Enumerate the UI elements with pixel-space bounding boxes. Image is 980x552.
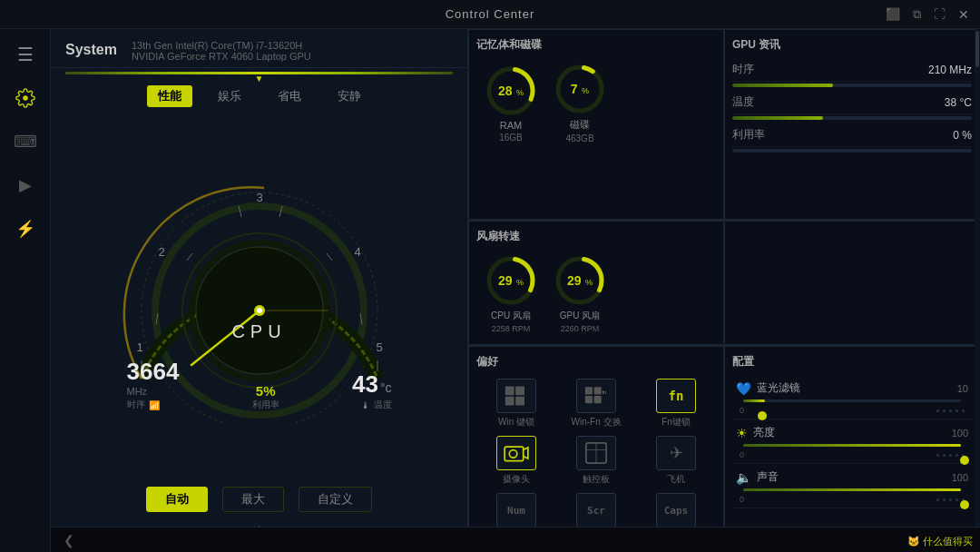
num-text: Num: [507, 505, 525, 517]
sound-name: 声音: [757, 469, 946, 485]
svg-rect-42: [505, 447, 524, 460]
screenshot-icon[interactable]: ⬛: [886, 7, 900, 21]
maximize-icon[interactable]: ⛶: [934, 7, 946, 21]
disk-pct: 7: [571, 82, 578, 96]
nav-left-arrow[interactable]: ❮: [58, 533, 80, 547]
ram-label: RAM: [500, 120, 522, 131]
svg-rect-33: [505, 386, 514, 395]
gpu-row-freq: 时序 210 MHz: [732, 58, 972, 82]
gpu-util-val: 0 %: [953, 129, 972, 142]
close-icon[interactable]: ✕: [958, 7, 969, 22]
pref-win-lock[interactable]: Win 键锁: [480, 379, 553, 429]
cpu-fan-pct: 29: [498, 273, 513, 288]
title-bar: Control Center ⬛ ⧉ ⛶ ✕: [0, 0, 980, 29]
cpu-fan-center: 29 %: [498, 272, 524, 289]
touchpad-icon-box: [576, 436, 616, 470]
gauge-util-pct: 5%: [252, 383, 279, 399]
sound-fill: [743, 488, 961, 491]
cpu-model: 13th Gen Intel(R) Core(TM) i7-13620H: [132, 40, 453, 51]
cpu-fan-ring-svg-container: 29 %: [484, 253, 538, 308]
disk-ring-svg-container: 7 %: [553, 62, 607, 116]
mode-buttons: 性能 娱乐 省电 安静: [51, 78, 467, 114]
disk-center-text: 7 %: [571, 81, 589, 97]
svg-rect-38: [594, 387, 602, 394]
fan-right-spacer: [724, 221, 980, 345]
gpu-info-panel: GPU 资讯 时序 210 MHz 温度 38 °C: [724, 29, 980, 220]
watermark-text: 什么值得买: [923, 536, 973, 547]
max-btn[interactable]: 最大: [222, 487, 284, 512]
mode-performance-btn[interactable]: 性能: [147, 85, 192, 107]
win-lock-svg: [505, 385, 528, 407]
gauge-temp-label: 温度: [374, 399, 392, 411]
gauge-container: 1 2 3 4 5: [105, 170, 414, 424]
left-panel: System 13th Gen Intel(R) Core(TM) i7-136…: [51, 29, 468, 552]
right-bottom-row: 偏好 Win 键锁: [468, 346, 980, 552]
gpu-temp-key: 温度: [732, 94, 754, 110]
sidebar-item-app[interactable]: ▶: [7, 167, 44, 203]
gauge-freq-value: 3664: [127, 358, 180, 386]
fan-speed-row: 风扇转速 29 %: [468, 221, 980, 346]
gpu-row-temp: 温度 38 °C: [732, 91, 972, 114]
gauge-area: 1 2 3 4 5: [51, 114, 467, 479]
gauge-freq-stat: 3664 MHz 时序 📶: [127, 358, 180, 411]
config-blue-light-header: 💙 蓝光滤镜 10: [736, 380, 968, 396]
pref-fn-lock[interactable]: fn Fn键锁: [640, 379, 712, 429]
gpu-info-rows: 时序 210 MHz 温度 38 °C 利用率 0: [732, 58, 972, 153]
sidebar-item-settings[interactable]: [7, 80, 44, 116]
touchpad-label: 触控板: [583, 473, 610, 486]
gpu-temp-val: 38 °C: [945, 96, 972, 109]
gpu-fan-ring-svg-container: 29 %: [553, 253, 607, 308]
win-fn-icon-box: fn: [576, 379, 616, 413]
sidebar-item-menu[interactable]: ☰: [7, 36, 44, 73]
pref-airplane[interactable]: ✈ 飞机: [640, 436, 712, 486]
scroll-thumb[interactable]: [975, 31, 979, 67]
title-bar-controls: ⬛ ⧉ ⛶ ✕: [886, 7, 969, 22]
svg-rect-40: [594, 396, 602, 403]
svg-rect-39: [585, 396, 593, 403]
pref-touchpad[interactable]: 触控板: [560, 436, 632, 486]
blue-light-track: [743, 399, 961, 402]
auto-btn[interactable]: 自动: [146, 487, 208, 512]
gauge-util-stat: 5% 利用率: [252, 383, 279, 411]
pref-camera[interactable]: 摄像头: [480, 436, 553, 486]
svg-rect-37: [585, 387, 593, 394]
gpu-util-key: 利用率: [732, 127, 765, 143]
disk-size: 463GB: [565, 133, 593, 143]
svg-text:2: 2: [158, 245, 164, 259]
mode-entertainment-btn[interactable]: 娱乐: [207, 85, 252, 107]
config-brightness: ☀ 亮度 100 0: [732, 419, 972, 464]
ram-ring-svg-container: 28 %: [484, 64, 538, 118]
win-fn-label: Win-Fn 交换: [572, 416, 622, 429]
memory-panel: 记忆体和磁碟 28 %: [468, 29, 724, 220]
sidebar-item-keyboard[interactable]: ⌨: [7, 123, 44, 160]
custom-btn[interactable]: 自定义: [299, 487, 372, 512]
prefs-title: 偏好: [476, 354, 716, 370]
gpu-util-bar: [732, 149, 972, 153]
gpu-fan-pct-sym: %: [585, 278, 593, 287]
mode-quiet-btn[interactable]: 安静: [327, 85, 372, 107]
blue-light-thumb[interactable]: [758, 411, 767, 420]
fn-lock-label: Fn键锁: [662, 416, 691, 429]
svg-point-43: [509, 450, 517, 458]
pref-win-fn[interactable]: fn Win-Fn 交换: [560, 379, 632, 429]
sound-value: 100: [952, 472, 968, 483]
touchpad-svg: [585, 442, 607, 464]
brightness-name: 亮度: [753, 425, 946, 440]
memory-panel-title: 记忆体和磁碟: [476, 37, 716, 53]
brightness-thumb[interactable]: [960, 456, 969, 465]
camera-label: 摄像头: [503, 473, 530, 486]
config-panel: 配置 💙 蓝光滤镜 10 0: [724, 346, 980, 552]
sound-thumb[interactable]: [960, 500, 969, 509]
gpu-fan-center: 29 %: [567, 272, 593, 289]
ram-pct-sym: %: [516, 88, 524, 97]
config-title: 配置: [732, 354, 972, 370]
camera-icon-box: [496, 436, 536, 470]
restore-icon[interactable]: ⧉: [913, 7, 921, 22]
gauge-freq-unit: MHz: [127, 386, 180, 397]
gpu-freq-key: 时序: [732, 62, 754, 77]
sidebar-item-power[interactable]: ⚡: [7, 211, 44, 247]
top-progress-bar: ▼: [65, 72, 453, 74]
gauge-cpu-label: CPU: [231, 321, 286, 342]
main-area: System 13th Gen Intel(R) Core(TM) i7-136…: [51, 29, 980, 552]
mode-powersave-btn[interactable]: 省电: [267, 85, 312, 107]
